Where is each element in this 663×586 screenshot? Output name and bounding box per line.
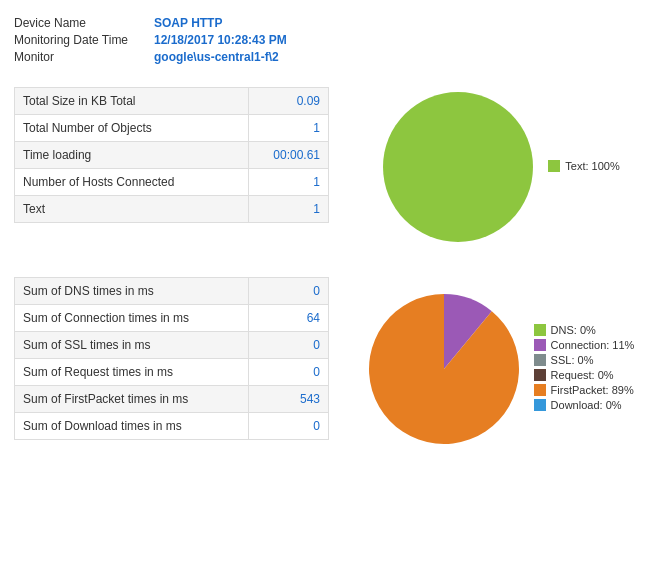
row-label: Sum of DNS times in ms xyxy=(15,278,249,305)
bottom-pie-chart xyxy=(364,289,524,449)
row-value: 00:00.61 xyxy=(249,142,329,169)
table-row: Sum of Connection times in ms64 xyxy=(15,305,329,332)
bottom-stats-table: Sum of DNS times in ms0Sum of Connection… xyxy=(14,277,329,440)
device-name-value: SOAP HTTP xyxy=(154,16,222,30)
top-pie-chart xyxy=(378,87,538,247)
legend-color xyxy=(534,339,546,351)
table-row: Sum of SSL times in ms0 xyxy=(15,332,329,359)
table-row: Time loading00:00.61 xyxy=(15,142,329,169)
legend-color xyxy=(534,399,546,411)
legend-label: FirstPacket: 89% xyxy=(551,384,634,396)
legend-label: Request: 0% xyxy=(551,369,614,381)
legend-color xyxy=(534,384,546,396)
row-value: 543 xyxy=(249,386,329,413)
legend-color xyxy=(534,369,546,381)
legend-label: Text: 100% xyxy=(565,160,619,172)
row-value: 0 xyxy=(249,359,329,386)
row-value: 0 xyxy=(249,332,329,359)
row-value: 0 xyxy=(249,413,329,440)
row-label: Total Number of Objects xyxy=(15,115,249,142)
row-label: Sum of Connection times in ms xyxy=(15,305,249,332)
table-row: Number of Hosts Connected1 xyxy=(15,169,329,196)
row-value: 1 xyxy=(249,115,329,142)
legend-item: Text: 100% xyxy=(548,160,619,172)
svg-point-0 xyxy=(383,92,533,242)
monitoring-label: Monitoring Date Time xyxy=(14,33,154,47)
legend-item: Connection: 11% xyxy=(534,339,635,351)
monitor-value: google\us-central1-f\2 xyxy=(154,50,279,64)
header: Device Name SOAP HTTP Monitoring Date Ti… xyxy=(0,0,663,77)
legend-label: DNS: 0% xyxy=(551,324,596,336)
legend-item: SSL: 0% xyxy=(534,354,635,366)
row-label: Sum of FirstPacket times in ms xyxy=(15,386,249,413)
bottom-chart-legend: DNS: 0%Connection: 11%SSL: 0%Request: 0%… xyxy=(534,324,635,414)
pie-segment xyxy=(369,294,519,444)
legend-color xyxy=(534,354,546,366)
legend-color xyxy=(548,160,560,172)
row-label: Sum of Request times in ms xyxy=(15,359,249,386)
table-row: Sum of Request times in ms0 xyxy=(15,359,329,386)
row-label: Time loading xyxy=(15,142,249,169)
table-row: Sum of FirstPacket times in ms543 xyxy=(15,386,329,413)
table-row: Text1 xyxy=(15,196,329,223)
legend-color xyxy=(534,324,546,336)
row-value: 1 xyxy=(249,196,329,223)
legend-label: SSL: 0% xyxy=(551,354,594,366)
top-chart-legend: Text: 100% xyxy=(548,160,619,175)
row-label: Total Size in KB Total xyxy=(15,88,249,115)
row-label: Sum of SSL times in ms xyxy=(15,332,249,359)
top-chart-container: Text: 100% xyxy=(349,87,649,247)
top-stats-table: Total Size in KB Total0.09Total Number o… xyxy=(14,87,329,223)
row-label: Sum of Download times in ms xyxy=(15,413,249,440)
table-row: Sum of DNS times in ms0 xyxy=(15,278,329,305)
monitoring-value: 12/18/2017 10:28:43 PM xyxy=(154,33,287,47)
row-label: Number of Hosts Connected xyxy=(15,169,249,196)
legend-label: Connection: 11% xyxy=(551,339,635,351)
row-value: 0 xyxy=(249,278,329,305)
monitor-label: Monitor xyxy=(14,50,154,64)
bottom-chart-container: DNS: 0%Connection: 11%SSL: 0%Request: 0%… xyxy=(349,277,649,460)
table-row: Sum of Download times in ms0 xyxy=(15,413,329,440)
table-row: Total Size in KB Total0.09 xyxy=(15,88,329,115)
table-row: Total Number of Objects1 xyxy=(15,115,329,142)
device-name-label: Device Name xyxy=(14,16,154,30)
row-value: 64 xyxy=(249,305,329,332)
legend-item: FirstPacket: 89% xyxy=(534,384,635,396)
legend-item: Download: 0% xyxy=(534,399,635,411)
row-value: 1 xyxy=(249,169,329,196)
legend-item: DNS: 0% xyxy=(534,324,635,336)
row-value: 0.09 xyxy=(249,88,329,115)
legend-item: Request: 0% xyxy=(534,369,635,381)
legend-label: Download: 0% xyxy=(551,399,622,411)
row-label: Text xyxy=(15,196,249,223)
